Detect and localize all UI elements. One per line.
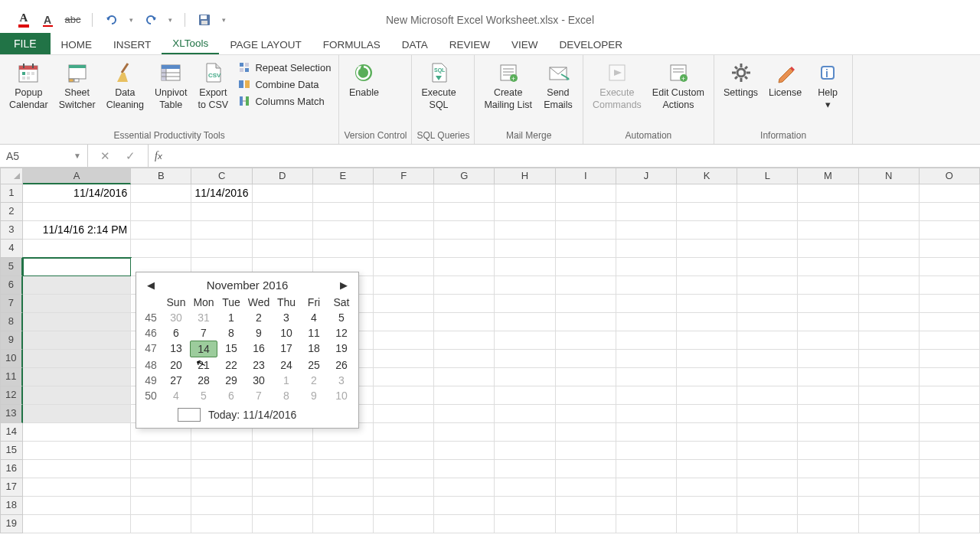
cell-j17[interactable] <box>616 478 677 497</box>
calendar-day-12[interactable]: 12 <box>328 325 355 341</box>
cell-o5[interactable] <box>920 258 980 276</box>
cell-b15[interactable] <box>131 442 191 460</box>
col-header-h[interactable]: H <box>495 168 555 184</box>
cell-l17[interactable] <box>737 478 798 497</box>
row-header-2[interactable]: 2 <box>0 203 23 221</box>
cell-j18[interactable] <box>616 497 677 515</box>
cell-l1[interactable] <box>737 184 798 203</box>
cell-l16[interactable] <box>737 460 798 478</box>
calendar-day-19[interactable]: 19 <box>328 341 355 357</box>
cell-a12[interactable] <box>23 386 131 405</box>
cell-g12[interactable] <box>434 386 495 405</box>
cell-j3[interactable] <box>616 221 677 240</box>
save-icon[interactable] <box>198 13 211 27</box>
cell-i16[interactable] <box>556 460 616 478</box>
send-emails-button[interactable]: SendEmails <box>538 57 578 129</box>
cell-h16[interactable] <box>495 460 555 478</box>
cell-f3[interactable] <box>374 221 434 240</box>
cell-m3[interactable] <box>798 221 858 240</box>
calendar-day-14[interactable]: 14 <box>190 341 217 357</box>
row-header-15[interactable]: 15 <box>0 442 23 460</box>
cell-c4[interactable] <box>191 240 252 258</box>
row-header-6[interactable]: 6 <box>0 276 23 295</box>
calendar-day-5-other[interactable]: 5 <box>190 388 217 403</box>
cell-h17[interactable] <box>495 478 555 497</box>
cell-j4[interactable] <box>616 240 677 258</box>
col-header-e[interactable]: E <box>313 168 374 184</box>
cell-o18[interactable] <box>920 497 980 515</box>
cell-l9[interactable] <box>737 331 798 350</box>
cell-b16[interactable] <box>131 460 191 478</box>
cell-j12[interactable] <box>616 386 677 405</box>
cell-a9[interactable] <box>23 331 131 350</box>
cell-k11[interactable] <box>677 368 737 386</box>
cell-d2[interactable] <box>253 203 313 221</box>
cell-i11[interactable] <box>556 368 616 386</box>
cell-i1[interactable] <box>556 184 616 203</box>
cell-n18[interactable] <box>859 497 920 515</box>
calendar-day-5[interactable]: 5 <box>328 310 355 325</box>
cell-h18[interactable] <box>495 497 555 515</box>
font-color-icon[interactable]: A <box>17 13 31 27</box>
cell-a14[interactable] <box>23 423 132 442</box>
cell-d1[interactable] <box>253 184 313 203</box>
calendar-day-31-other[interactable]: 31 <box>190 310 217 325</box>
cell-m8[interactable] <box>798 313 858 331</box>
calendar-day-18[interactable]: 18 <box>300 341 328 357</box>
cell-j1[interactable] <box>616 184 677 203</box>
cell-k8[interactable] <box>677 313 737 331</box>
cell-c2[interactable] <box>191 203 252 221</box>
cell-j7[interactable] <box>616 295 677 313</box>
enter-icon[interactable]: ✓ <box>126 149 136 163</box>
cell-j5[interactable] <box>616 258 677 276</box>
cell-m14[interactable] <box>798 423 858 442</box>
cell-m2[interactable] <box>798 203 858 221</box>
cell-l4[interactable] <box>737 240 798 258</box>
cell-f12[interactable] <box>374 386 434 405</box>
cell-k1[interactable] <box>677 184 737 203</box>
cell-n2[interactable] <box>859 203 920 221</box>
cell-g13[interactable] <box>434 405 495 423</box>
calendar-day-16[interactable]: 16 <box>245 341 273 357</box>
cell-g15[interactable] <box>434 442 495 460</box>
cell-g14[interactable] <box>434 423 495 442</box>
cell-i5[interactable] <box>556 258 616 276</box>
row-header-1[interactable]: 1 <box>0 184 23 203</box>
cell-b18[interactable] <box>131 497 191 515</box>
next-month-icon[interactable]: ▶ <box>337 279 351 291</box>
cell-n15[interactable] <box>859 442 920 460</box>
row-header-17[interactable]: 17 <box>0 478 23 497</box>
col-header-l[interactable]: L <box>737 168 798 184</box>
cell-o12[interactable] <box>920 386 980 405</box>
cell-n16[interactable] <box>859 460 920 478</box>
cell-f18[interactable] <box>374 497 434 515</box>
cell-d19[interactable] <box>253 515 313 533</box>
underline-icon[interactable]: A <box>41 13 55 27</box>
cell-j15[interactable] <box>616 442 677 460</box>
redo-dropdown-icon[interactable]: ▾ <box>168 16 172 24</box>
undo-dropdown-icon[interactable]: ▾ <box>129 16 133 24</box>
cell-b19[interactable] <box>131 515 191 533</box>
cell-o14[interactable] <box>920 423 980 442</box>
cell-f10[interactable] <box>374 350 434 368</box>
row-header-14[interactable]: 14 <box>0 423 23 442</box>
cell-m19[interactable] <box>798 515 858 533</box>
cell-l19[interactable] <box>737 515 798 533</box>
cell-e15[interactable] <box>313 442 374 460</box>
calendar-day-24[interactable]: 24 <box>273 357 300 373</box>
cell-a13[interactable] <box>23 405 131 423</box>
cell-n1[interactable] <box>859 184 920 203</box>
tab-xltools[interactable]: XLTools <box>162 34 219 54</box>
cell-k9[interactable] <box>677 331 737 350</box>
cell-n7[interactable] <box>859 295 920 313</box>
cell-m5[interactable] <box>798 258 858 276</box>
cell-c16[interactable] <box>191 460 252 478</box>
cell-l7[interactable] <box>737 295 798 313</box>
cell-i8[interactable] <box>556 313 616 331</box>
cell-h12[interactable] <box>495 386 555 405</box>
cell-j16[interactable] <box>616 460 677 478</box>
cell-i4[interactable] <box>556 240 616 258</box>
col-header-b[interactable]: B <box>131 168 191 184</box>
help-button[interactable]: iHelp▾ <box>808 57 848 129</box>
cell-g18[interactable] <box>434 497 495 515</box>
